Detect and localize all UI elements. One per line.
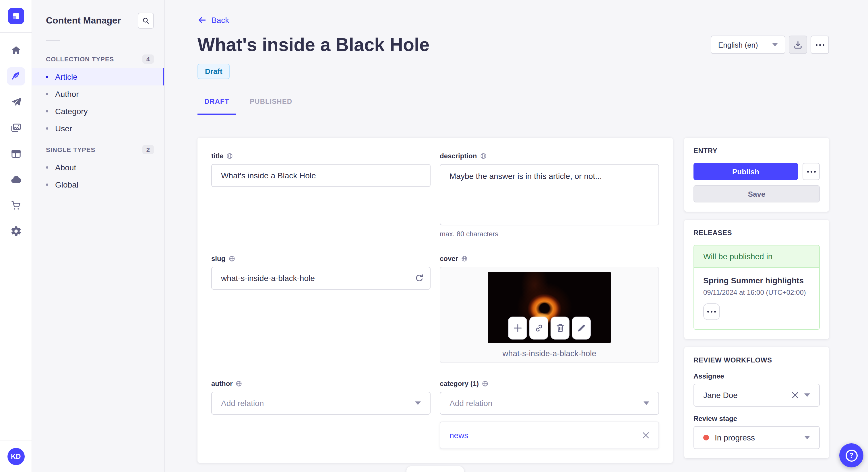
clear-icon[interactable] xyxy=(792,392,799,399)
back-label: Back xyxy=(211,15,229,25)
relation-link-news[interactable]: news xyxy=(450,431,468,440)
locale-select[interactable]: English (en) xyxy=(711,36,785,54)
entry-more-button[interactable] xyxy=(803,163,820,180)
pictures-icon xyxy=(10,122,22,134)
question-mark-icon: ? xyxy=(845,449,857,461)
search-icon xyxy=(142,16,150,25)
nav-settings-button[interactable] xyxy=(7,222,25,240)
release-more-button[interactable] xyxy=(703,303,720,320)
bullet-icon xyxy=(46,127,48,130)
globe-icon xyxy=(461,255,468,262)
field-slug: slug xyxy=(211,254,431,363)
assignee-value: Jane Doe xyxy=(703,391,786,400)
publish-button[interactable]: Publish xyxy=(693,163,798,180)
title-input[interactable] xyxy=(211,164,431,187)
bullet-icon xyxy=(46,76,48,78)
cover-caption: what-s-inside-a-black-hole xyxy=(445,349,654,358)
next-section-peek-card[interactable] xyxy=(406,466,464,472)
plus-icon xyxy=(513,324,522,333)
ellipsis-icon xyxy=(815,44,824,45)
nav-transfer-button[interactable] xyxy=(7,93,25,111)
regenerate-slug-button[interactable] xyxy=(415,274,424,282)
field-title: title xyxy=(211,151,431,238)
edit-asset-button[interactable] xyxy=(572,316,591,339)
chevron-down-icon xyxy=(772,43,778,46)
cloud-icon xyxy=(10,174,22,185)
search-button[interactable] xyxy=(138,12,154,29)
remove-relation-button[interactable] xyxy=(642,432,649,439)
delete-asset-button[interactable] xyxy=(551,316,569,339)
arrow-left-icon xyxy=(197,15,207,25)
sidebar-item-author[interactable]: Author xyxy=(32,86,164,103)
collection-types-count-badge: 4 xyxy=(143,55,154,64)
category-relation-select[interactable]: Add relation xyxy=(440,392,659,415)
sidebar-item-user[interactable]: User xyxy=(32,120,164,137)
sidebar-item-label: Author xyxy=(55,90,79,99)
release-date: 09/11/2024 at 16:00 (UTC+02:00) xyxy=(703,289,810,297)
tab-published[interactable]: PUBLISHED xyxy=(243,93,299,115)
field-cover: cover xyxy=(440,254,659,363)
strapi-logo[interactable] xyxy=(8,8,24,24)
nav-content-type-builder-button[interactable] xyxy=(7,144,25,163)
tab-draft[interactable]: DRAFT xyxy=(197,93,236,115)
single-types-section: SINGLE TYPES 2 About Global xyxy=(32,145,164,193)
rail-nav xyxy=(0,41,32,240)
layout-icon xyxy=(10,148,22,160)
description-field-label: description xyxy=(440,151,477,161)
review-stage-select[interactable]: In progress xyxy=(693,426,820,449)
back-link[interactable]: Back xyxy=(197,15,229,25)
entry-panel: ENTRY Publish Save xyxy=(684,138,829,212)
trash-icon xyxy=(555,324,565,333)
cover-carousel: what-s-inside-a-black-hole xyxy=(440,267,659,363)
content-manager-subnav: Content Manager COLLECTION TYPES 4 Artic… xyxy=(32,0,165,472)
nav-media-library-button[interactable] xyxy=(7,119,25,137)
status-badge: Draft xyxy=(197,64,230,79)
bullet-icon xyxy=(46,166,48,169)
sidebar-item-article[interactable]: Article xyxy=(32,68,164,86)
home-icon xyxy=(10,45,22,56)
entry-form-card: title description Maybe the answer is in… xyxy=(197,138,673,463)
release-name: Spring Summer highlights xyxy=(703,276,810,285)
cover-image[interactable] xyxy=(488,272,611,343)
category-field-label: category (1) xyxy=(440,379,479,388)
link-icon xyxy=(534,324,544,333)
help-button[interactable]: ? xyxy=(839,443,863,467)
category-relation-placeholder: Add relation xyxy=(450,399,638,408)
review-panel-title: REVIEW WORKFLOWS xyxy=(693,356,820,364)
nav-content-manager-button[interactable] xyxy=(7,67,25,86)
sidebar-item-category[interactable]: Category xyxy=(32,103,164,120)
refresh-icon xyxy=(415,274,424,282)
save-button[interactable]: Save xyxy=(693,185,820,202)
export-button[interactable] xyxy=(789,36,807,54)
nav-home-button[interactable] xyxy=(7,41,25,60)
add-asset-button[interactable] xyxy=(508,316,527,339)
copy-link-button[interactable] xyxy=(529,316,548,339)
globe-icon xyxy=(228,255,235,262)
chevron-down-icon xyxy=(415,401,421,405)
bullet-icon xyxy=(46,183,48,186)
bullet-icon xyxy=(46,110,48,112)
nav-deploy-button[interactable] xyxy=(7,170,25,189)
page-title: What's inside a Black Hole xyxy=(197,33,429,57)
sidebar-item-label: Category xyxy=(55,107,88,116)
chevron-down-icon xyxy=(644,401,649,405)
sidebar-item-label: About xyxy=(55,163,76,172)
title-field-label: title xyxy=(211,151,224,161)
globe-icon xyxy=(482,380,489,387)
author-relation-select[interactable]: Add relation xyxy=(211,392,431,415)
chevron-down-icon xyxy=(804,436,810,439)
header-more-button[interactable] xyxy=(811,36,829,54)
slug-input[interactable] xyxy=(211,267,431,290)
subnav-divider xyxy=(46,40,60,41)
sidebar-item-global[interactable]: Global xyxy=(32,176,164,193)
author-relation-placeholder: Add relation xyxy=(221,399,409,408)
field-category: category (1) Add relation news xyxy=(440,379,659,449)
bullet-icon xyxy=(46,93,48,95)
sidebar-item-about[interactable]: About xyxy=(32,159,164,176)
description-textarea[interactable]: Maybe the answer is in this article, or … xyxy=(440,164,659,225)
review-workflows-panel: REVIEW WORKFLOWS Assignee Jane Doe Revie… xyxy=(684,347,829,458)
nav-marketplace-button[interactable] xyxy=(7,196,25,214)
user-avatar[interactable]: KD xyxy=(7,448,24,465)
sidebar-item-label: Article xyxy=(55,72,78,81)
assignee-select[interactable]: Jane Doe xyxy=(693,384,820,407)
